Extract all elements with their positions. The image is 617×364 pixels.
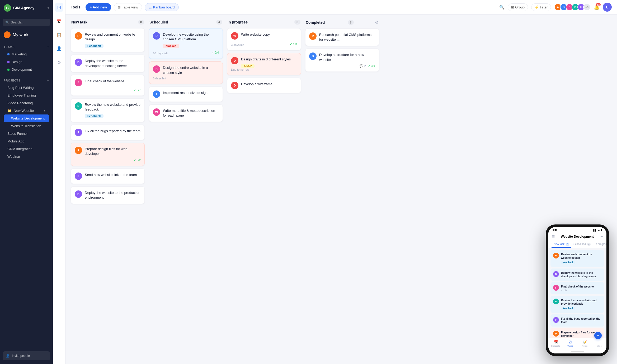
phone-card-content: Review the new website and provide feedb…	[561, 299, 602, 310]
card-4[interactable]: R Review the new website and provide fee…	[71, 98, 145, 122]
sidebar-item-new-website[interactable]: 📁 New Website ▾	[4, 107, 49, 114]
phone-more-icon[interactable]: ⋯	[600, 234, 603, 239]
sidebar-item-mobile-app[interactable]: Mobile App	[4, 137, 49, 145]
phone-menu-icon[interactable]: ☰	[552, 234, 555, 239]
card-14[interactable]: D Design drafts in 3 different styles AS…	[227, 53, 301, 75]
card-days: 10 days left	[153, 52, 168, 55]
card-badge-blocked: blocked	[163, 44, 179, 48]
card-1[interactable]: R Review and comment on website design F…	[71, 28, 145, 52]
phone-tab-new-task[interactable]: New task 8	[552, 241, 571, 248]
card-2[interactable]: D Deploy the website to the development …	[71, 55, 145, 72]
filter-button[interactable]: ⚡ Filter	[531, 3, 551, 11]
card-6[interactable]: P Prepare design files for web developer…	[71, 143, 145, 166]
my-work-item[interactable]: My work	[0, 29, 53, 41]
phone-nav-more[interactable]: ⋯ More	[592, 339, 606, 348]
card-12[interactable]: W Write meta title & meta description fo…	[149, 104, 223, 122]
sidebar-item-video-recording[interactable]: Video Recording	[4, 99, 49, 107]
card-avatar: D	[231, 82, 238, 89]
phone-tab-scheduled[interactable]: Scheduled 4	[571, 241, 593, 248]
column-header-in-progress: In progress 3	[227, 20, 301, 25]
phone-nav-notes[interactable]: 📝 Notes	[577, 339, 592, 348]
card-avatar: D	[75, 190, 82, 198]
card-avatar: R	[75, 32, 82, 40]
phone-tab-in-progress[interactable]: In progress 3	[593, 241, 606, 248]
search-placeholder: Search...	[11, 21, 23, 24]
sidebar-item-marketing[interactable]: Marketing	[4, 50, 49, 58]
teams-add-button[interactable]: +	[47, 45, 49, 49]
user-profile-button[interactable]: U	[603, 3, 612, 12]
sidebar-header[interactable]: G GIM Agency ▾	[0, 0, 53, 16]
phone-card-title: Final check of the website	[561, 285, 602, 288]
card-16[interactable]: R Research potential CMS platforms for w…	[305, 28, 379, 46]
phone-nav-schedule[interactable]: 📅 Schedule	[548, 339, 563, 348]
card-title: Deploy the website to the development ho…	[85, 59, 141, 68]
list-icon-button[interactable]: 📋	[55, 31, 63, 39]
card-title: Send new website link to the team	[85, 173, 141, 177]
phone-card-4[interactable]: R Review the new website and provide fee…	[550, 296, 604, 313]
extra-avatars-count[interactable]: +3	[583, 3, 591, 11]
phone-card-2[interactable]: D Deploy the website to the development …	[550, 269, 604, 281]
column-settings-icon[interactable]: ⚙	[375, 20, 379, 25]
card-title: Review the new website and provide feedb…	[85, 102, 141, 112]
card-7[interactable]: S Send new website link to the team	[71, 169, 145, 184]
sidebar-item-label: Blog Post Writing	[7, 86, 34, 90]
notification-button[interactable]: 🔔 12	[594, 4, 600, 10]
card-10[interactable]: D Design the entire website in a chosen …	[149, 61, 223, 84]
add-new-button[interactable]: + Add new	[86, 3, 111, 11]
phone-fab-button[interactable]: +	[594, 332, 602, 339]
sidebar-item-employee-training[interactable]: Employee Training	[4, 92, 49, 99]
tasks-icon-button[interactable]: ☑	[55, 3, 63, 12]
dot-icon	[7, 69, 10, 71]
card-15[interactable]: D Develop a wireframe	[227, 78, 301, 93]
nav-label: Notes	[582, 345, 587, 347]
sidebar-item-website-translation[interactable]: Website Translation	[4, 122, 49, 130]
phone-card-title: Review the new website and provide feedb…	[561, 299, 602, 305]
kanban-view-label: Kanban board	[153, 5, 175, 9]
phone-card-5[interactable]: F Fix all the bugs reported by the team	[550, 314, 604, 327]
search-icon: 🔍	[5, 21, 9, 24]
card-17[interactable]: D Develop a structure for a new website …	[305, 49, 379, 71]
card-3[interactable]: F Final check of the website ✓ 0/7	[71, 75, 145, 96]
phone-time: 9:41	[553, 229, 557, 231]
phone-nav-tasks[interactable]: ☑ Tasks	[563, 339, 577, 348]
sidebar-item-blog-post[interactable]: Blog Post Writing	[4, 84, 49, 92]
card-13[interactable]: W Write website copy 3 days left ✓ 1/3	[227, 28, 301, 50]
app-logo: G	[4, 4, 11, 12]
projects-add-button[interactable]: +	[47, 78, 49, 83]
card-avatar: W	[231, 32, 238, 40]
card-11[interactable]: I Implement responsive design	[149, 87, 223, 102]
app-chevron-icon: ▾	[48, 6, 49, 10]
teams-label: Teams	[4, 45, 15, 49]
sidebar-item-design[interactable]: Design	[4, 58, 49, 66]
phone-card-3[interactable]: F Final check of the website ✓ 0/7	[550, 282, 604, 294]
card-badge-feedback: Feedback	[85, 114, 103, 118]
home-indicator	[571, 351, 584, 352]
team-avatars[interactable]: A B C D E +3	[554, 3, 591, 11]
kanban-view-button[interactable]: ⚏ Kanban board	[145, 3, 179, 11]
column-header-new-task: New task 8	[71, 20, 145, 25]
card-avatar: W	[153, 108, 160, 116]
calendar-icon-button[interactable]: 📅	[55, 17, 63, 25]
card-8[interactable]: D Deploy the website to the production e…	[71, 186, 145, 204]
card-avatar: D	[153, 65, 160, 73]
person-icon-button[interactable]: 👤	[55, 44, 63, 53]
sidebar-item-webinar[interactable]: Webinar	[4, 153, 49, 160]
sidebar-search[interactable]: 🔍 Search...	[3, 19, 50, 26]
phone-card-1[interactable]: R Review and comment on website design F…	[550, 250, 604, 267]
card-title: Final check of the website	[85, 79, 141, 84]
card-5[interactable]: F Fix all the bugs reported by the team	[71, 125, 145, 140]
group-icon: ⊞	[511, 5, 514, 9]
group-button[interactable]: ⊞ Group	[508, 3, 528, 11]
teams-section: Teams + Marketing Design Development	[0, 41, 53, 74]
sidebar-item-website-dev[interactable]: Website Development	[4, 114, 49, 122]
settings-icon-button[interactable]: ⚙	[55, 58, 63, 66]
sidebar-item-crm[interactable]: CRM Integration	[4, 145, 49, 153]
search-button[interactable]: 🔍	[499, 5, 505, 10]
card-9[interactable]: D Develop the website using the chosen C…	[149, 28, 223, 59]
phone-card-avatar: P	[553, 331, 559, 337]
sidebar-item-sales-funnel[interactable]: Sales Funnel	[4, 130, 49, 137]
table-view-button[interactable]: ⊞ Table view	[114, 3, 142, 11]
phone-card-avatar: D	[553, 271, 559, 277]
sidebar-item-development[interactable]: Development	[4, 66, 49, 73]
invite-people-button[interactable]: 👤 Invite people	[3, 351, 50, 360]
